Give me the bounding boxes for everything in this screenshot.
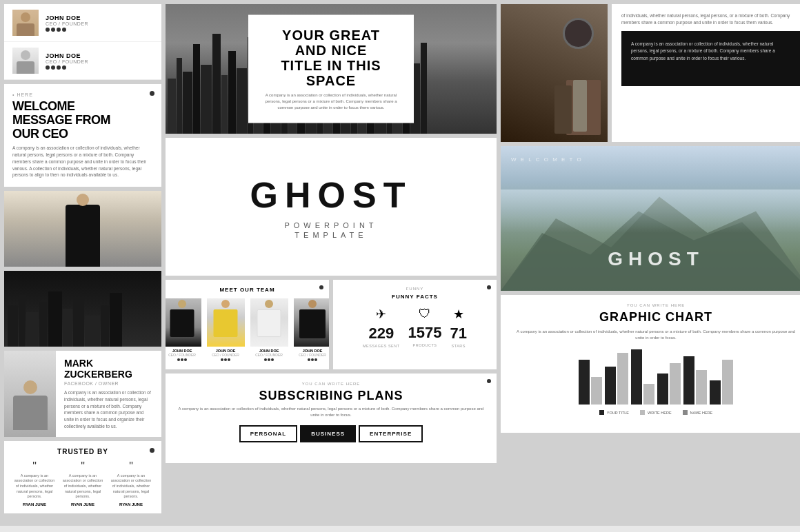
person-role: FACEBOOK / OWNER — [64, 381, 153, 386]
fact-number-products: 1575 — [408, 324, 442, 342]
chart-card: YOU CAN WRITE HERE GRAPHIC CHART A compa… — [501, 295, 800, 433]
plan-personal-button[interactable]: PERSONAL — [239, 425, 297, 442]
bar-group — [657, 363, 681, 405]
trusted-title: TRUSTED BY — [12, 448, 153, 456]
company-text-1: of individuals, whether natural persons,… — [621, 12, 800, 27]
team-name-2: JOHN DOE — [46, 52, 153, 59]
testimonial-3: " A company is an association or collect… — [109, 461, 153, 507]
member-role-4: CEO / FOUNDER — [294, 353, 330, 357]
mountain-ghost-card: W E L C O M E T O GHOST — [501, 146, 800, 291]
bar-gray — [591, 377, 602, 405]
plan-business-button[interactable]: BUSINESS — [300, 425, 356, 442]
team-role-1: CEO / FOUNDER — [46, 21, 153, 26]
welcome-text: A company is an association or collectio… — [12, 145, 153, 178]
team-info-2: JOHN DOE CEO / FOUNDER — [46, 52, 153, 70]
welcome-card: • HERE WELCOMEMESSAGE FROMOUR CEO A comp… — [4, 84, 161, 187]
legend-your-title: YOUR TITLE — [599, 410, 629, 415]
bar-group — [631, 349, 654, 405]
legend-name-here: NAME HERE — [683, 410, 713, 415]
testimonials-list: " A company is an association or collect… — [12, 461, 153, 507]
main-grid: JOHN DOE CEO / FOUNDER — [0, 0, 800, 526]
testimonial-1: " A company is an association or collect… — [12, 461, 57, 507]
hero-white-box: YOUR GREATAND NICETITLE IN THISSPACE A c… — [248, 15, 414, 123]
black-box: A company is an association or collectio… — [621, 31, 800, 86]
funny-facts-card: FUNNY FUNNY FACTS ✈ 229 MESSAGES SENT 🛡 … — [333, 280, 497, 369]
dot-indicator-facts — [487, 285, 491, 289]
plans-buttons: PERSONAL BUSINESS ENTERPRISE — [174, 425, 488, 442]
avatar-2 — [12, 48, 39, 74]
legend-write-here: WRITE HERE — [640, 410, 672, 415]
person-name: MARK ZUCKERBERG — [64, 358, 153, 380]
chart-bars — [512, 349, 800, 405]
quote-text-1: A company is an association or collectio… — [12, 473, 57, 500]
team-stars-1 — [46, 28, 153, 32]
bar-dark — [683, 356, 694, 405]
facts-title: FUNNY FACTS — [340, 294, 490, 300]
chart-legend: YOUR TITLE WRITE HERE NAME HERE — [512, 410, 800, 415]
fact-number-messages: 229 — [363, 325, 400, 342]
trusted-card: TRUSTED BY " A company is an association… — [4, 441, 161, 513]
plan-enterprise-button[interactable]: ENTERPRISE — [359, 425, 423, 442]
member-3: JOHN DOE CEO / FOUNDER — [250, 298, 288, 361]
bar-group — [605, 353, 628, 405]
legend-label-2: WRITE HERE — [648, 411, 672, 415]
plane-icon: ✈ — [363, 307, 400, 322]
right-column: of individuals, whether natural persons,… — [501, 4, 800, 513]
chart-title: GRAPHIC CHART — [512, 310, 800, 325]
team-stars-2 — [46, 65, 153, 70]
plans-you-write: YOU CAN WRITE HERE — [174, 382, 488, 386]
member-role-2: CEO / FOUNDER — [207, 353, 245, 357]
team-card-2: JOHN DOE CEO / FOUNDER — [4, 42, 161, 80]
fact-stars: ★ 71 STARS — [450, 307, 467, 348]
bar-dark — [710, 380, 721, 405]
bar-gray — [643, 384, 654, 405]
person-photo-card — [4, 191, 161, 267]
quote-author-1: RYAN JUNE — [12, 502, 57, 507]
bottom-mid-row: MEET OUR TEAM JOHN DOE — [166, 280, 497, 369]
city-hero-image: YOUR GREATAND NICETITLE IN THISSPACE A c… — [166, 4, 497, 134]
star-icon: ★ — [450, 307, 467, 322]
welcome-label: • HERE — [12, 92, 153, 97]
dot-indicator-plans — [487, 379, 491, 383]
hero-subtitle: A company is an association or collectio… — [263, 92, 399, 111]
ghost-sub1: POWERPOINT — [284, 221, 377, 229]
dark-city-photo-left — [4, 271, 161, 347]
left-column: JOHN DOE CEO / FOUNDER — [4, 4, 161, 513]
middle-column: YOUR GREATAND NICETITLE IN THISSPACE A c… — [166, 4, 497, 513]
bar-dark — [579, 360, 590, 405]
team-members-grid: JOHN DOE CEO / FOUNDER — [172, 298, 322, 361]
member-2: JOHN DOE CEO / FOUNDER — [207, 298, 245, 361]
bar-group — [683, 356, 707, 405]
black-box-text: A company is an association or collectio… — [631, 41, 792, 62]
plans-title: SUBSCRIBING PLANS — [174, 389, 488, 403]
still-life-photo — [501, 4, 608, 142]
bar-gray — [696, 370, 707, 405]
person-desc: A company is an association or collectio… — [64, 389, 153, 430]
member-role-3: CEO / FOUNDER — [250, 353, 288, 357]
fact-products: 🛡 1575 PRODUCTS — [408, 307, 442, 347]
fact-label-messages: MESSAGES SENT — [363, 344, 400, 348]
quote-author-2: RYAN JUNE — [61, 502, 105, 507]
team-info-1: JOHN DOE CEO / FOUNDER — [46, 14, 153, 32]
team-role-2: CEO / FOUNDER — [46, 59, 153, 64]
ghost-main-title: GHOST — [250, 174, 412, 216]
dot-indicator-trusted — [150, 448, 154, 453]
person-info-card: MARK ZUCKERBERG FACEBOOK / OWNER A compa… — [4, 351, 161, 437]
hero-title: YOUR GREATAND NICETITLE IN THISSPACE — [263, 28, 399, 88]
shield-icon: 🛡 — [408, 307, 442, 321]
member-role-1: CEO / FOUNDER — [166, 353, 201, 357]
chart-desc: A company is an association or collectio… — [512, 329, 800, 341]
team-name-1: JOHN DOE — [46, 14, 153, 21]
dot-indicator-welcome — [150, 91, 154, 96]
team-cards-section: JOHN DOE CEO / FOUNDER — [4, 4, 161, 80]
right-top-section: of individuals, whether natural persons,… — [501, 4, 800, 142]
bar-dark — [631, 349, 642, 405]
fact-label-stars: STARS — [450, 344, 467, 348]
fact-number-stars: 71 — [450, 325, 467, 342]
bar-gray — [617, 353, 628, 405]
dot-indicator-team — [319, 285, 323, 289]
ghost-sub2: TEMPLATE — [294, 231, 367, 239]
facts-small-label: FUNNY — [340, 287, 490, 291]
quote-author-3: RYAN JUNE — [109, 502, 153, 507]
bar-dark — [605, 367, 616, 405]
